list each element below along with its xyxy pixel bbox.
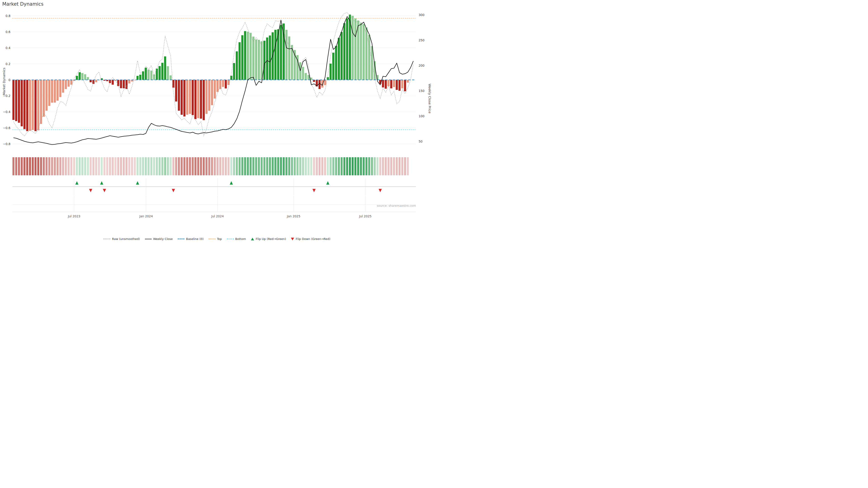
oscillator-bar xyxy=(244,31,246,80)
right-axis-tick: 50 xyxy=(418,140,423,143)
legend-label: Top xyxy=(217,237,222,240)
heatmap-cell xyxy=(396,157,398,175)
heatmap-cell xyxy=(346,157,348,175)
x-axis-tick-label: Jul 2024 xyxy=(211,215,224,218)
heatmap-cell xyxy=(43,157,45,175)
oscillator-bar xyxy=(260,41,263,80)
left-axis-tick: 0.2 xyxy=(6,62,10,66)
oscillator-bar xyxy=(120,80,122,88)
heatmap-cell xyxy=(388,157,390,175)
heatmap-cell xyxy=(161,157,163,175)
oscillator-bar xyxy=(161,63,163,80)
heatmap-cell xyxy=(343,157,345,175)
heatmap-cell xyxy=(142,157,144,175)
oscillator-bar xyxy=(51,80,53,103)
oscillator-bar xyxy=(360,23,362,80)
oscillator-bar xyxy=(65,80,67,89)
oscillator-bar xyxy=(255,39,257,80)
legend-label: Weekly Close xyxy=(153,237,173,240)
oscillator-bar xyxy=(79,72,81,80)
heatmap-cell xyxy=(407,157,409,175)
heatmap-cell xyxy=(217,157,219,175)
right-axis-tick: 300 xyxy=(418,13,425,17)
heatmap-cell xyxy=(321,157,323,175)
oscillator-bar xyxy=(37,80,39,130)
heatmap-cell xyxy=(206,157,208,175)
heatmap-cell xyxy=(189,157,191,175)
heatmap-cell xyxy=(291,157,293,175)
heatmap-cell xyxy=(214,157,216,175)
legend-line-swatch xyxy=(178,238,184,239)
heatmap-cell xyxy=(228,157,230,175)
oscillator-bar xyxy=(45,80,48,111)
oscillator-bar xyxy=(169,75,172,80)
heatmap-cell xyxy=(150,157,152,175)
heatmap-cell xyxy=(230,157,232,175)
heatmap-cell xyxy=(404,157,406,175)
oscillator-bar xyxy=(305,73,307,80)
heatmap-cell xyxy=(68,157,70,175)
heatmap-cell xyxy=(181,157,183,175)
oscillator-bar xyxy=(288,36,290,80)
flip-down-marker xyxy=(103,189,106,192)
heatmap-cell xyxy=(299,157,301,175)
oscillator-bar xyxy=(227,80,229,85)
heatmap-cell xyxy=(103,157,105,175)
oscillator-bar xyxy=(192,80,194,115)
heatmap-cell xyxy=(360,157,362,175)
flip-up-marker xyxy=(75,181,79,185)
heatmap-cell xyxy=(84,157,86,175)
heatmap-cell xyxy=(59,157,61,175)
heatmap-cell xyxy=(250,157,252,175)
oscillator-bar xyxy=(150,70,152,80)
heatmap-cell xyxy=(184,157,186,175)
oscillator-bar xyxy=(269,35,271,80)
heatmap-cell xyxy=(277,157,279,175)
oscillator-bar xyxy=(29,80,31,131)
oscillator-bar xyxy=(142,71,144,80)
heatmap-cell xyxy=(272,157,274,175)
x-axis-tick-label: Jan 2024 xyxy=(139,215,153,218)
heatmap-cell xyxy=(148,157,150,175)
heatmap-cell xyxy=(247,157,249,175)
left-axis-tick: −0.2 xyxy=(3,94,10,98)
flip-down-legend-icon xyxy=(291,238,294,240)
heatmap-cell xyxy=(131,157,133,175)
heatmap-cell xyxy=(123,157,125,175)
heatmap-cell xyxy=(349,157,351,175)
oscillator-bar xyxy=(21,80,23,127)
oscillator-bar xyxy=(112,80,114,85)
heatmap-cell xyxy=(352,157,354,175)
market-dynamics-chart-page: Market Dynamics Market Dynamics Weekly C… xyxy=(0,0,434,244)
heatmap-cell xyxy=(391,157,393,175)
oscillator-bar xyxy=(167,66,169,80)
heatmap-cell xyxy=(338,157,340,175)
heatmap-cell xyxy=(18,157,20,175)
oscillator-bar xyxy=(32,80,34,130)
oscillator-bar xyxy=(354,19,356,80)
oscillator-bar xyxy=(48,80,50,106)
oscillator-bar xyxy=(401,80,403,89)
oscillator-bar xyxy=(186,80,188,115)
heatmap-cell xyxy=(308,157,310,175)
heatmap-cell xyxy=(318,157,320,175)
oscillator-bar xyxy=(15,80,17,121)
legend-line-swatch xyxy=(227,238,234,239)
oscillator-bar xyxy=(189,80,191,114)
heatmap-cell xyxy=(32,157,34,175)
combo-chart-canvas: 0.80.60.40.20−0.2−0.4−0.6−0.830025020015… xyxy=(0,0,434,244)
heatmap-cell xyxy=(54,157,56,175)
oscillator-bar xyxy=(217,80,219,92)
oscillator-bar xyxy=(335,46,337,80)
heatmap-cell xyxy=(316,157,318,175)
oscillator-bar xyxy=(203,80,205,120)
oscillator-bar xyxy=(109,80,111,83)
heatmap-cell xyxy=(186,157,188,175)
oscillator-bar xyxy=(70,80,72,85)
heatmap-cell xyxy=(269,157,271,175)
heatmap-cell xyxy=(175,157,177,175)
right-axis-tick: 250 xyxy=(418,38,425,42)
chart-legend: Raw (unsmoothed)Weekly CloseBaseline (0)… xyxy=(0,237,434,240)
oscillator-bar xyxy=(95,80,97,83)
oscillator-bar xyxy=(230,76,232,80)
